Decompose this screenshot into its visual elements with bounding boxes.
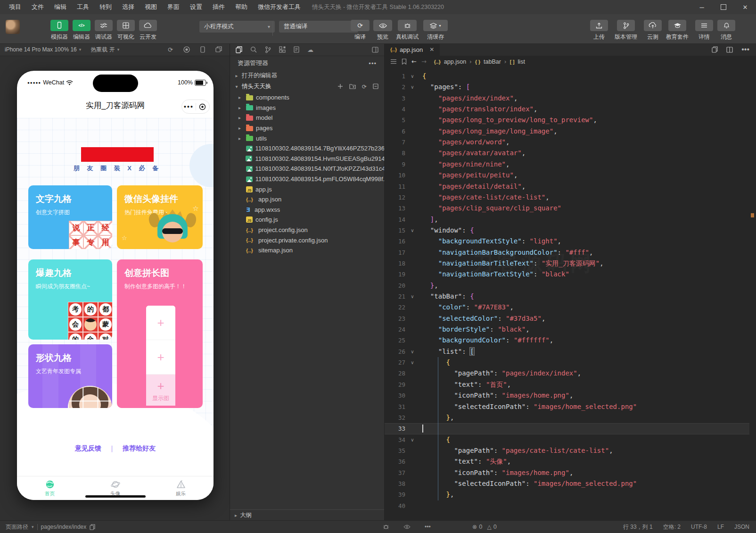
clear-cache-button[interactable]: ▾ 清缓存 — [423, 20, 448, 41]
card-fun-nine-grid[interactable]: 爆趣九格 瞬间成为朋友圈焦点~ 考的都会蒙的全对 — [28, 259, 112, 340]
tree-file-project.config.json[interactable]: project.config.json — [230, 225, 384, 235]
breadcrumb-list[interactable]: list — [518, 58, 525, 65]
tree-file-1108100302.480839154[interactable]: 1108100302.480839154.HvmSUEEASgBu2914f..… — [230, 154, 384, 164]
problems-indicator[interactable]: ⊗ 0 △ 0 — [472, 521, 497, 533]
git-branch-icon[interactable] — [265, 46, 271, 53]
code-line-6[interactable]: 6 "pages/long_image/long_image", — [385, 126, 749, 137]
feedback-link[interactable]: 意见反馈 — [75, 444, 101, 452]
tree-folder-model[interactable]: ▸model — [230, 113, 384, 123]
code-line-20[interactable]: 20 }, — [385, 280, 749, 291]
code-line-29[interactable]: 29 "text": "首页", — [385, 379, 749, 390]
refresh-icon[interactable]: ⟳ — [362, 83, 367, 90]
tree-file-app.js[interactable]: app.js — [230, 184, 384, 194]
simulator-toggle-button[interactable]: 模拟器 — [49, 20, 70, 41]
tree-folder-utils[interactable]: ▸utils — [230, 133, 384, 143]
tree-folder-components[interactable]: ▸components — [230, 92, 384, 103]
card-avatar-hanger[interactable]: 微信头像挂件 热门挂件免费用~ ☆ ☆ — [117, 185, 203, 249]
code-line-17[interactable]: 17 "navigationBarBackgroundColor": "#fff… — [385, 247, 749, 258]
code-line-7[interactable]: 7 "pages/word/word", — [385, 137, 749, 148]
more-actions-icon[interactable]: ••• — [741, 45, 749, 54]
code-line-37[interactable]: 37 "iconPath": "images/home.png", — [385, 467, 749, 478]
code-line-34[interactable]: 34∨ { — [385, 434, 749, 445]
device-debug-button[interactable]: 真机调试 — [393, 20, 422, 41]
code-line-38[interactable]: 38 "selectedIconPath": "images/home_sele… — [385, 478, 749, 489]
editor-toggle-button[interactable]: </> 编辑器 — [71, 20, 92, 41]
outline-list-icon[interactable] — [390, 59, 397, 64]
close-icon[interactable]: ✕ — [734, 0, 756, 14]
fold-chevron-icon[interactable]: ∨ — [409, 434, 416, 445]
page-path-select[interactable]: 页面路径 — [6, 523, 28, 531]
record-icon[interactable] — [183, 46, 190, 53]
code-line-23[interactable]: 23 "selectedColor": "#37d3a5", — [385, 313, 749, 324]
nav-back-icon[interactable]: ← — [411, 58, 417, 65]
tree-folder-images[interactable]: ▸images — [230, 103, 384, 113]
code-line-13[interactable]: 13 "pages/clip_square/clip_square" — [385, 203, 749, 214]
card-long-image[interactable]: 创意拼长图 制作创意多图的高手！！ + + + 显示图 — [117, 259, 203, 408]
code-line-32[interactable]: 32 }, — [385, 412, 749, 423]
code-line-36[interactable]: 36 "text": "头像", — [385, 456, 749, 467]
code-line-15[interactable]: 15∨ "window": { — [385, 225, 749, 236]
code-line-1[interactable]: 1∨{ — [385, 71, 749, 82]
fold-chevron-icon[interactable]: ∨ — [409, 71, 416, 82]
menu-item[interactable]: 项目 — [4, 0, 26, 14]
fold-chevron-icon[interactable]: ∨ — [409, 357, 416, 368]
banner-image[interactable] — [81, 147, 154, 162]
code-line-16[interactable]: 16 "backgroundTextStyle": "light", — [385, 236, 749, 247]
fold-chevron-icon[interactable]: ∨ — [409, 346, 416, 357]
code-line-35[interactable]: 35 "pagePath": "pages/cate-list/cate-lis… — [385, 445, 749, 456]
menu-item[interactable]: 设置 — [185, 0, 207, 14]
code-line-26[interactable]: 26∨ "list": [ — [385, 346, 749, 357]
copy-icon[interactable] — [90, 524, 95, 530]
menu-item[interactable]: 选择 — [117, 0, 140, 14]
exit-target-icon[interactable] — [196, 103, 210, 110]
menu-item[interactable]: 工具 — [72, 0, 94, 14]
tree-file-project.private.conf[interactable]: project.private.config.json — [230, 235, 384, 245]
code-line-33[interactable]: 33 — [385, 423, 749, 434]
compile-button[interactable]: ⟳ 编译 — [350, 20, 370, 41]
hot-reload-toggle[interactable]: 热重载 开▾ — [86, 46, 124, 54]
preview-status-icon[interactable] — [403, 525, 411, 529]
nav-forward-icon[interactable]: → — [421, 58, 427, 65]
open-preview-icon[interactable] — [712, 46, 718, 53]
file-doc-icon[interactable] — [294, 46, 299, 53]
tree-file-1108100302.480839154[interactable]: 1108100302.480839154.N0fTJfoKPZZI43d31c4… — [230, 164, 384, 174]
menu-item[interactable]: 插件 — [207, 0, 230, 14]
language-mode[interactable]: JSON — [734, 524, 749, 530]
code-line-24[interactable]: 24 "borderStyle": "black", — [385, 324, 749, 335]
code-line-8[interactable]: 8 "pages/avatar/avatar", — [385, 148, 749, 158]
tree-file-config.js[interactable]: config.js — [230, 215, 384, 225]
tree-file-1108100302.480839154[interactable]: 1108100302.480839154.pmFLO5W84cqM998f... — [230, 174, 384, 184]
code-line-21[interactable]: 21∨ "tabBar": { — [385, 291, 749, 302]
code-line-31[interactable]: 31 "selectedIconPath": "images/home_sele… — [385, 401, 749, 412]
code-line-39[interactable]: 39 }, — [385, 489, 749, 500]
code-line-14[interactable]: 14 ], — [385, 214, 749, 225]
new-folder-icon[interactable] — [349, 83, 356, 90]
menu-item[interactable]: 界面 — [162, 0, 185, 14]
code-line-27[interactable]: 27∨ { — [385, 357, 749, 368]
breadcrumb-file[interactable]: app.json — [444, 58, 466, 65]
device-select[interactable]: iPhone 14 Pro Max 100% 16▾ — [0, 46, 86, 53]
split-editor-icon[interactable] — [726, 47, 733, 53]
cloud-small-icon[interactable]: ☁ — [307, 46, 313, 53]
compile-mode-select[interactable]: 普通编译 ▾ — [279, 21, 358, 33]
tab-fun[interactable]: 娱乐 — [148, 476, 214, 500]
encoding[interactable]: UTF-8 — [691, 524, 707, 530]
code-line-2[interactable]: 2∨ "pages": [ — [385, 82, 749, 92]
cloud-test-button[interactable]: 云测 — [642, 20, 664, 41]
indentation[interactable]: 空格: 2 — [663, 523, 681, 531]
recommend-link[interactable]: 推荐给好友 — [123, 444, 156, 452]
code-editor[interactable]: 刀客源码网 1∨{2∨ "pages": [3 "pages/index/ind… — [385, 67, 756, 521]
code-line-3[interactable]: 3 "pages/index/index", — [385, 93, 749, 104]
search-icon[interactable] — [250, 46, 257, 53]
code-line-9[interactable]: 9 "pages/nine/nine", — [385, 159, 749, 170]
breadcrumb-tabbar[interactable]: tabBar — [484, 58, 501, 65]
tree-folder-pages[interactable]: ▸pages — [230, 123, 384, 133]
debug-status-icon[interactable] — [383, 524, 389, 530]
tree-file-1108100302.480839154[interactable]: 1108100302.480839154.7BgYlliX46PZ527b236… — [230, 143, 384, 154]
fold-chevron-icon[interactable]: ∨ — [409, 225, 416, 236]
messages-button[interactable]: 消息 — [715, 20, 737, 41]
fold-chevron-icon[interactable]: ∨ — [409, 291, 416, 302]
panel-layout-icon[interactable] — [372, 47, 378, 53]
tree-file-app.json[interactable]: app.json — [230, 194, 384, 205]
multi-window-icon[interactable] — [215, 46, 222, 53]
